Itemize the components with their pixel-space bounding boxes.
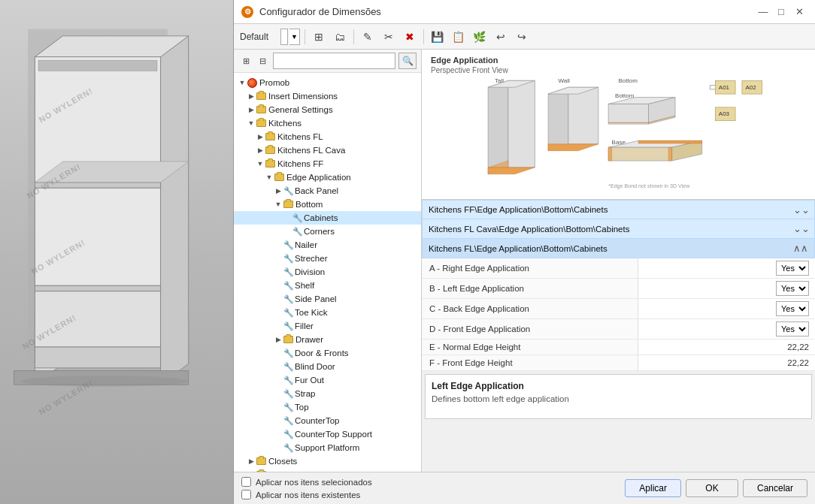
expand-chevron-3[interactable]: ∧∧ [793,243,808,254]
search-input[interactable] [273,53,395,69]
tree-item-toe-kick[interactable]: ▶ 🔧 Toe Kick [234,306,421,319]
toggle-kitchens-ff[interactable]: ▼ [255,158,265,169]
prop-value-a[interactable]: YesNo [638,258,815,279]
folder-icon-kitchens-ff [265,160,275,167]
grid-icon-btn[interactable]: ⊞ [310,28,328,46]
checkbox-row-2[interactable]: Aplicar nos itens existentes [241,490,372,499]
tree-label-support-platform: Support Platform [295,443,359,452]
expand-chevron-2[interactable]: ⌄⌄ [793,223,808,234]
edit-icon-btn[interactable]: ✎ [359,28,377,46]
tree-item-kitchens-ff[interactable]: ▼ Kitchens FF [234,157,421,171]
checkbox-label-2: Aplicar nos itens existentes [256,490,360,499]
tree-item-corners[interactable]: ▶ 🔧 Corners [234,225,421,238]
redo-icon-btn[interactable]: ↪ [513,28,531,46]
tree-item-kitchens[interactable]: ▼ Kitchens [234,116,421,130]
tree-label-insert-dimensions: Insert Dimensions [268,92,338,101]
undo-icon-btn[interactable]: ↩ [492,28,510,46]
prop-value-d[interactable]: YesNo [638,319,815,340]
item-icon-shelf: 🔧 [283,281,292,290]
tree-item-strecher[interactable]: ▶ 🔧 Strecher [234,252,421,265]
tree-item-bottom[interactable]: ▼ Bottom [234,198,421,211]
tree-item-division[interactable]: ▶ 🔧 Division [234,265,421,279]
dropdown-arrow[interactable]: ▼ [289,29,300,45]
tree-item-general-settings[interactable]: ▶ General Settings [234,103,421,116]
toggle-kitchens[interactable]: ▼ [246,118,256,128]
tree-item-shelf[interactable]: ▶ 🔧 Shelf [234,279,421,292]
expand-row-2[interactable]: Kitchens FL Cava\Edge Application\Bottom… [422,219,815,239]
tree-item-door-fronts[interactable]: ▶ 🔧 Door & Fronts [234,346,421,360]
default-dropdown[interactable]: ▼ [280,29,300,45]
tree-item-drawer[interactable]: ▶ Drawer [234,333,421,346]
tree-item-edge-application[interactable]: ▼ Edge Application [234,171,421,184]
prop-select-b[interactable]: YesNo [776,281,809,296]
tree-item-strap[interactable]: ▶ 🔧 Strap [234,387,421,400]
tree-label-edge-application: Edge Application [286,173,351,182]
prop-label-d: D - Front Edge Application [422,319,638,340]
cut-icon-btn[interactable]: ✂ [380,28,398,46]
folder-icon-general-settings [256,106,266,113]
search-button[interactable]: 🔍 [398,53,417,69]
tree-item-insert-dimensions[interactable]: ▶ Insert Dimensions [234,89,421,103]
prop-value-c[interactable]: YesNo [638,299,815,319]
toggle-promob[interactable]: ▼ [237,77,247,88]
tree-item-countertop-support[interactable]: ▶ 🔧 CounterTop Support [234,427,421,441]
tree-item-closets[interactable]: ▶ Closets [234,454,421,468]
toggle-insert-dimensions[interactable]: ▶ [246,91,256,101]
copy-icon-btn[interactable]: 📋 [450,28,468,46]
tree-icon-btn[interactable]: 🌿 [471,28,489,46]
toggle-general-settings[interactable]: ▶ [246,104,256,115]
properties-table: A - Right Edge Application YesNo B - Lef… [422,258,815,371]
svg-text:Bottom: Bottom [615,92,635,98]
layers-icon-btn[interactable]: 🗂 [331,28,349,46]
tree-item-fur-out[interactable]: ▶ 🔧 Fur Out [234,373,421,387]
tree-item-back-panel[interactable]: ▶ 🔧 Back Panel [234,184,421,198]
ok-button[interactable]: OK [686,479,738,497]
checkbox-existing-items[interactable] [241,490,251,499]
prop-value-b[interactable]: YesNo [638,279,815,299]
tree-item-countertop[interactable]: ▶ 🔧 CounterTop [234,414,421,427]
toggle-back-panel[interactable]: ▶ [273,186,283,196]
toggle-edge-application[interactable]: ▼ [264,172,274,183]
tree-item-kitchens-fl[interactable]: ▶ Kitchens FL [234,130,421,143]
tree-label-door-fronts: Door & Fronts [295,349,349,358]
toggle-closets[interactable]: ▶ [246,456,256,466]
cancel-button[interactable]: Cancelar [743,479,807,497]
checkbox-selected-items[interactable] [241,477,251,487]
prop-select-c[interactable]: YesNo [776,301,809,316]
tree-collapse-all-btn[interactable]: ⊟ [255,53,270,68]
prop-select-d[interactable]: YesNo [776,321,809,337]
tree-item-kitchens-fl-cava[interactable]: ▶ Kitchens FL Cava [234,143,421,157]
tree-label-kitchens-fl-cava: Kitchens FL Cava [277,146,345,155]
toggle-bottom[interactable]: ▼ [273,199,283,210]
svg-rect-9 [35,291,160,347]
expand-chevron-1[interactable]: ⌄⌄ [793,204,808,216]
tree-item-top[interactable]: ▶ 🔧 Top [234,400,421,414]
apply-button[interactable]: Aplicar [625,479,681,497]
close-button[interactable]: ✕ [791,4,807,20]
tree-item-side-panel[interactable]: ▶ 🔧 Side Panel [234,292,421,306]
maximize-button[interactable]: □ [773,4,789,20]
prop-select-a[interactable]: YesNo [776,261,809,276]
tree-item-filler[interactable]: ▶ 🔧 Filler [234,319,421,333]
checkbox-row-1[interactable]: Aplicar nos itens selecionados [241,477,372,487]
minimize-button[interactable]: — [755,4,771,20]
item-icon-blind-door: 🔧 [283,362,292,371]
save-icon-btn[interactable]: 💾 [429,28,447,46]
svg-marker-37 [668,147,671,161]
delete-icon-btn[interactable]: ✖ [401,28,419,46]
tree-item-nailer[interactable]: ▶ 🔧 Nailer [234,238,421,252]
configurator-panel: ⚙ Configurador de Dimensões — □ ✕ Defaul… [233,0,815,504]
app-icon: ⚙ [241,6,253,18]
expand-row-1[interactable]: Kitchens FF\Edge Application\Bottom\Cabi… [422,200,815,219]
toggle-kitchens-fl[interactable]: ▶ [255,131,265,142]
expand-row-3[interactable]: Kitchens FL\Edge Application\Bottom\Cabi… [422,239,815,258]
tree-expand-all-btn[interactable]: ⊞ [238,53,253,68]
dropdown-value[interactable] [280,29,288,45]
tree-item-promob[interactable]: ▼ Promob [234,76,421,89]
toggle-kitchens-fl-cava[interactable]: ▶ [255,145,265,155]
tree-item-blind-door[interactable]: ▶ 🔧 Blind Door [234,360,421,373]
tree-item-cabinets[interactable]: ▶ 🔧 Cabinets [234,211,421,225]
toggle-drawer[interactable]: ▶ [273,334,283,345]
tree-item-support-platform[interactable]: ▶ 🔧 Support Platform [234,441,421,454]
tree-label-bottom: Bottom [295,200,323,209]
